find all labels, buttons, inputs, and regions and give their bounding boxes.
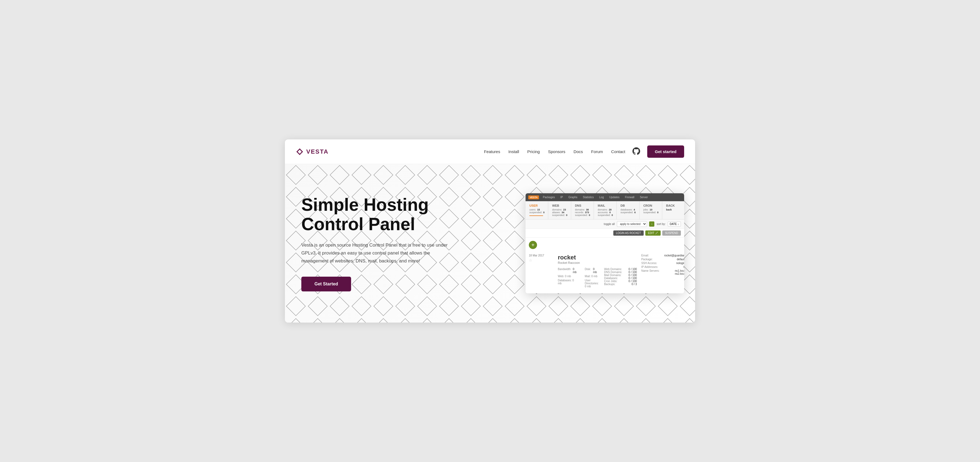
add-user-button-area: + xyxy=(529,241,681,249)
panel-stat-web: WEB domains: 23 aliases: 34 suspended: 0 xyxy=(548,201,571,219)
edit-button[interactable]: EDIT xyxy=(645,230,660,236)
main-card: VESTA Features Install Pricing Sponsors … xyxy=(285,140,695,322)
user-fullname: Rocket Raccoon xyxy=(558,261,637,264)
nav-features[interactable]: Features xyxy=(484,149,500,154)
sort-value: DATE ↓ xyxy=(668,221,681,227)
panel-stat-dns: DNS domains: 38 records: 373 suspended: … xyxy=(571,201,594,219)
panel-topbar: VESTA Packages IP Graphs Statistics Log … xyxy=(525,193,684,201)
nav-sponsors[interactable]: Sponsors xyxy=(548,149,565,154)
logo-icon xyxy=(296,148,304,156)
hero-description: Vesta is an open source Hosting Control … xyxy=(301,241,449,265)
user-metrics-left: Bandwidth 0 mb Disk: 0 mb We xyxy=(558,268,598,288)
nav-forum[interactable]: Forum xyxy=(591,149,603,154)
panel-nav-updates[interactable]: Updates xyxy=(608,195,621,200)
nav-install[interactable]: Install xyxy=(508,149,519,154)
user-metrics-right: Web Domains: 0 / 100 DNS Domains: 0 / 10… xyxy=(604,268,637,288)
panel-stat-user: USER users: 15 suspended: 0 xyxy=(525,201,548,219)
panel-stat-back: BACK back xyxy=(662,201,684,219)
nav-links: Features Install Pricing Sponsors Docs F… xyxy=(484,149,625,154)
logo-text: VESTA xyxy=(306,148,329,155)
nav-get-started-button[interactable]: Get started xyxy=(647,145,684,158)
panel-stat-db: DB databases: 4 suspended: 6 xyxy=(617,201,639,219)
hero-left: Simple Hosting Control Panel Vesta is an… xyxy=(301,195,465,291)
panel-stats-row: USER users: 15 suspended: 0 WEB xyxy=(525,201,684,219)
panel-nav-packages[interactable]: Packages xyxy=(541,195,557,200)
user-card: + 18 Mar 2017 ☆ rocket Rocket Raccoon xyxy=(525,238,684,293)
panel-toolbar: toggle all apply to selected › sort by: … xyxy=(525,219,684,229)
navbar: VESTA Features Install Pricing Sponsors … xyxy=(285,140,695,164)
panel-screenshot: VESTA Packages IP Graphs Statistics Log … xyxy=(525,193,684,293)
panel-nav-graphs[interactable]: Graphs xyxy=(567,195,579,200)
nav-pricing[interactable]: Pricing xyxy=(527,149,540,154)
apply-btn[interactable]: › xyxy=(649,221,654,227)
panel-stat-cron: CRON jobs: 10 suspended: 0 xyxy=(640,201,662,219)
sort-label: sort by: xyxy=(657,222,665,225)
add-user-button[interactable]: + xyxy=(529,241,537,249)
apply-selected-dropdown[interactable]: apply to selected xyxy=(617,221,647,227)
panel-nav-firewall[interactable]: Firewall xyxy=(623,195,636,200)
login-as-rocket-button[interactable]: LOGIN AS ROCKET xyxy=(613,230,644,236)
panel-nav-server[interactable]: Server xyxy=(638,195,649,200)
panel-nav-log[interactable]: Log xyxy=(598,195,606,200)
user-info-right: Email: rocket@guardian Package: default … xyxy=(641,254,684,288)
hero-right: VESTA Packages IP Graphs Statistics Log … xyxy=(465,193,684,293)
nav-contact[interactable]: Contact xyxy=(611,149,625,154)
edit-icon xyxy=(655,232,658,235)
panel-nav-statistics[interactable]: Statistics xyxy=(581,195,595,200)
panel-stat-mail: MAIL domains: 28 accounts: 0 suspended: … xyxy=(594,201,617,219)
panel-logo: VESTA xyxy=(528,195,539,199)
github-icon xyxy=(632,148,640,155)
user-star-icon: ☆ xyxy=(529,258,532,262)
user-action-bar: LOGIN AS ROCKET EDIT SUSPEND xyxy=(525,229,684,238)
nav-docs[interactable]: Docs xyxy=(574,149,583,154)
hero-title: Simple Hosting Control Panel xyxy=(301,195,465,234)
user-card-content: 18 Mar 2017 ☆ rocket Rocket Raccoon Ba xyxy=(529,252,681,290)
username: rocket xyxy=(558,254,637,261)
hero-section: Simple Hosting Control Panel Vesta is an… xyxy=(285,164,695,322)
suspend-button[interactable]: SUSPEND xyxy=(662,230,681,236)
user-date: 18 Mar 2017 xyxy=(529,254,544,257)
github-link[interactable] xyxy=(630,148,643,156)
hero-cta-button[interactable]: Get Started xyxy=(301,277,351,291)
toggle-all-label: toggle all xyxy=(604,222,615,225)
logo-link[interactable]: VESTA xyxy=(296,148,329,156)
panel-nav-ip[interactable]: IP xyxy=(558,195,565,200)
